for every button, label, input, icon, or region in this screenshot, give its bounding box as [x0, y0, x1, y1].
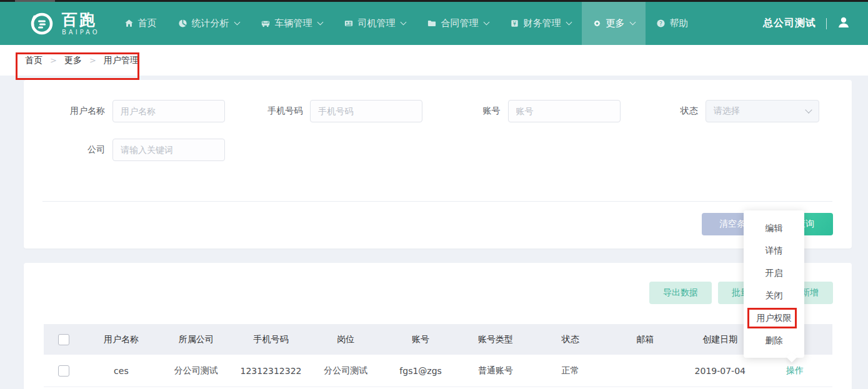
filter-panel: 用户名称 手机号码 账号 状态 请选择 公司 清空条件 查询 [24, 80, 852, 249]
cell-account: fgs1@zgs [383, 366, 458, 376]
nav-item-label: 首页 [138, 17, 157, 29]
row-action-link[interactable]: 操作 [786, 365, 804, 375]
menu-item-disable[interactable]: 关闭 [744, 284, 804, 307]
cell-status: 正常 [533, 365, 608, 377]
nav-item-label: 合同管理 [441, 17, 479, 29]
table-panel: 导出数据 批量删除 新增 用户名称 所属公司 手机号码 岗位 账号 账号类型 状… [24, 263, 852, 389]
breadcrumb-item-more[interactable]: 更多 [64, 55, 82, 66]
nav-right: 总公司测试 [763, 2, 851, 45]
company-label: 公司 [42, 144, 105, 155]
cell-created: 2019-07-04 [682, 366, 757, 376]
nav-item-contracts[interactable]: 合同管理 [416, 2, 499, 45]
nav-item-label: 司机管理 [358, 17, 396, 29]
header-post: 岗位 [308, 334, 383, 345]
header-email: 邮箱 [608, 334, 683, 345]
nav-item-label: 帮助 [670, 17, 689, 29]
export-data-button[interactable]: 导出数据 [649, 282, 712, 304]
cell-username: ces [84, 366, 159, 376]
nav-item-label: 车辆管理 [275, 17, 312, 29]
header-username: 用户名称 [84, 334, 159, 345]
chevron-down-icon [805, 106, 812, 113]
nav-item-drivers[interactable]: 司机管理 [333, 2, 416, 45]
username-label: 用户名称 [42, 106, 105, 117]
home-icon [124, 19, 134, 28]
brand-title: 百跑 [62, 12, 100, 27]
chevron-down-icon [317, 19, 323, 26]
chevron-down-icon [566, 19, 572, 26]
menu-item-delete[interactable]: 删除 [744, 329, 804, 352]
nav-item-vehicles[interactable]: 车辆管理 [250, 2, 333, 45]
nav-item-label: 统计分析 [192, 17, 229, 29]
chart-pie-icon [178, 19, 187, 28]
row-action-dropdown: 编辑 详情 开启 关闭 用户权限 删除 [744, 210, 804, 358]
nav-item-more[interactable]: 更多 [582, 2, 646, 45]
status-select-value: 请选择 [714, 106, 740, 117]
brand-logo: 百跑 BAIPAO [28, 2, 100, 45]
nav-item-help[interactable]: ? 帮助 [646, 2, 699, 45]
username-input[interactable] [112, 100, 225, 122]
menu-item-detail[interactable]: 详情 [744, 239, 804, 262]
chevron-down-icon [483, 19, 489, 26]
status-select[interactable]: 请选择 [706, 100, 819, 122]
folder-icon [427, 19, 437, 28]
header-status: 状态 [533, 334, 608, 345]
top-navbar: 百跑 BAIPAO 首页 统计分析 车辆管理 [0, 2, 868, 45]
brand-subtitle: BAIPAO [62, 29, 100, 36]
cell-account-type: 普通账号 [458, 365, 533, 377]
id-card-icon [344, 19, 354, 28]
breadcrumb: 首页 > 更多 > 用户管理 [0, 45, 868, 76]
user-icon[interactable] [837, 16, 851, 31]
baipao-logo-icon [28, 10, 56, 37]
nav-item-label: 更多 [606, 17, 625, 29]
account-input[interactable] [508, 100, 621, 122]
breadcrumb-item-current: 用户管理 [104, 55, 139, 66]
table-row: ces 分公司测试 12312312322 分公司测试 fgs1@zgs 普通账… [44, 355, 832, 387]
nav-menu: 首页 统计分析 车辆管理 司机管理 合同管理 [114, 2, 699, 45]
table-header-row: 用户名称 所属公司 手机号码 岗位 账号 账号类型 状态 邮箱 创建日期 操作 [44, 324, 832, 355]
chevron-down-icon [400, 19, 406, 26]
breadcrumb-separator: > [50, 56, 57, 65]
account-label: 账号 [438, 106, 501, 117]
finance-icon: ¥ [510, 19, 519, 28]
menu-item-user-permission[interactable]: 用户权限 [744, 307, 804, 329]
users-table: 用户名称 所属公司 手机号码 岗位 账号 账号类型 状态 邮箱 创建日期 操作 … [44, 324, 832, 387]
header-account-type: 账号类型 [458, 334, 533, 345]
header-phone: 手机号码 [234, 334, 309, 345]
breadcrumb-separator: > [89, 56, 96, 65]
breadcrumb-bar: 首页 > 更多 > 用户管理 [0, 45, 868, 76]
chevron-down-icon [629, 19, 636, 26]
row-checkbox[interactable] [58, 365, 69, 377]
nav-divider [826, 18, 827, 29]
phone-input[interactable] [310, 100, 422, 122]
company-name[interactable]: 总公司测试 [763, 17, 816, 30]
status-label: 状态 [636, 106, 698, 117]
select-all-checkbox[interactable] [58, 334, 69, 345]
cell-post: 分公司测试 [308, 365, 383, 377]
gear-icon [592, 19, 602, 28]
phone-label: 手机号码 [240, 106, 302, 117]
nav-item-home[interactable]: 首页 [114, 2, 167, 45]
chevron-down-icon [234, 19, 240, 26]
breadcrumb-item-home[interactable]: 首页 [25, 55, 42, 66]
menu-item-edit[interactable]: 编辑 [744, 217, 804, 239]
nav-item-statistics[interactable]: 统计分析 [167, 2, 250, 45]
header-account: 账号 [383, 334, 458, 345]
car-icon [261, 19, 271, 28]
svg-text:?: ? [659, 21, 662, 27]
cell-phone: 12312312322 [234, 366, 309, 376]
question-icon: ? [656, 19, 666, 28]
menu-item-enable[interactable]: 开启 [744, 262, 804, 284]
cell-company: 分公司测试 [159, 365, 234, 377]
company-input[interactable] [112, 139, 225, 161]
svg-text:¥: ¥ [512, 21, 516, 27]
nav-item-finance[interactable]: ¥ 财务管理 [499, 2, 582, 45]
header-company: 所属公司 [159, 334, 234, 345]
nav-item-label: 财务管理 [524, 17, 561, 29]
